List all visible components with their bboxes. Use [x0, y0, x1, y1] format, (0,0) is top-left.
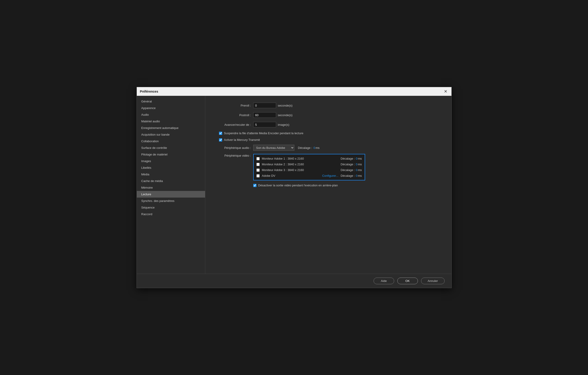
device-row-2: Moniteur Adobe 3 : 3840 x 2160Décalage :… [255, 167, 363, 173]
check1-row: Suspendre la file d'attente Media Encode… [214, 132, 442, 135]
device-checkbox-3[interactable] [256, 174, 260, 177]
sidebar-item-13[interactable]: Mémoire [137, 184, 205, 191]
video-device-box: Moniteur Adobe 1 : 3840 x 2160Décalage :… [253, 154, 365, 180]
sidebar-item-0[interactable]: Général [137, 98, 205, 105]
annuler-button[interactable]: Annuler [421, 278, 445, 284]
audio-decalage-label: Décalage : [298, 146, 312, 150]
preroll-row: Preroll : seconde(s) [214, 103, 442, 108]
device-name-0: Moniteur Adobe 1 : 3840 x 2160 [262, 157, 341, 160]
sidebar-item-3[interactable]: Matériel audio [137, 118, 205, 125]
postroll-unit: seconde(s) [278, 113, 293, 117]
device-decalage-value-3: 0 [356, 174, 357, 177]
device-decalage-unit-0: ms [358, 157, 362, 160]
preroll-label: Preroll : [214, 104, 251, 107]
preroll-unit: seconde(s) [278, 104, 293, 107]
sidebar-item-5[interactable]: Acquisition sur bande [137, 131, 205, 138]
sidebar-item-14[interactable]: Lecture [137, 191, 205, 198]
configure-link-3[interactable]: Configurer... [322, 174, 338, 177]
sidebar-item-11[interactable]: Média [137, 171, 205, 178]
device-name-3: Adobe DV [262, 174, 322, 177]
audio-device-label: Périphérique audio : [214, 146, 251, 150]
sidebar-item-9[interactable]: Images [137, 158, 205, 165]
device-name-2: Moniteur Adobe 3 : 3840 x 2160 [262, 168, 341, 172]
video-section-row: Périphérique vidéo : Moniteur Adobe 1 : … [214, 154, 442, 180]
audio-device-select[interactable]: Son du Bureau Adobe [253, 145, 294, 151]
check1-label: Suspendre la file d'attente Media Encode… [224, 132, 304, 135]
video-device-label: Périphérique vidéo : [214, 154, 251, 157]
device-decalage-value-1: 0 [356, 163, 357, 166]
sidebar-item-10[interactable]: Libellés [137, 165, 205, 171]
sidebar-item-1[interactable]: Apparence [137, 105, 205, 111]
device-row-3: Adobe DVConfigurer...Décalage :0 ms [255, 173, 363, 179]
dialog-titlebar: Préférences ✕ [137, 87, 452, 96]
device-decalage-label-2: Décalage : [341, 168, 355, 172]
check2-label: Activer la Mercury Transmit [224, 138, 260, 142]
device-checkbox-0[interactable] [256, 157, 260, 160]
preferences-dialog: Préférences ✕ GénéralApparenceAudioMatér… [136, 87, 452, 288]
avancer-unit: image(s) [278, 123, 290, 126]
check2-row: Activer la Mercury Transmit [214, 138, 442, 142]
sidebar-item-15[interactable]: Synchro. des paramètres [137, 198, 205, 204]
device-checkbox-2[interactable] [256, 168, 260, 172]
avancer-input[interactable] [253, 122, 276, 127]
audio-decalage-value: 0 [314, 146, 315, 150]
content-panel: Preroll : seconde(s) Postroll : seconde(… [205, 96, 452, 274]
device-decalage-unit-2: ms [358, 168, 362, 172]
avancer-row: Avancer/reculer de : image(s) [214, 122, 442, 127]
dialog-footer: Aide OK Annuler [137, 274, 452, 288]
device-row-1: Moniteur Adobe 2 : 3840 x 2160Décalage :… [255, 161, 363, 167]
sidebar-item-16[interactable]: Séquence [137, 204, 205, 211]
postroll-row: Postroll : seconde(s) [214, 112, 442, 118]
device-decalage-unit-3: ms [358, 174, 362, 177]
device-decalage-unit-1: ms [358, 163, 362, 166]
check2-checkbox[interactable] [219, 138, 222, 142]
device-checkbox-1[interactable] [256, 163, 260, 166]
audio-decalage-unit: ms [315, 146, 319, 150]
sidebar-item-7[interactable]: Surface de contrôle [137, 144, 205, 151]
aide-button[interactable]: Aide [374, 278, 394, 284]
audio-device-row: Périphérique audio : Son du Bureau Adobe… [214, 145, 442, 151]
device-decalage-value-0: 0 [356, 157, 357, 160]
sidebar-item-6[interactable]: Collaboration [137, 138, 205, 144]
sidebar-item-8[interactable]: Pilotage de matériel [137, 151, 205, 158]
postroll-label: Postroll : [214, 113, 251, 117]
avancer-label: Avancer/reculer de : [214, 123, 251, 126]
device-row-0: Moniteur Adobe 1 : 3840 x 2160Décalage :… [255, 156, 363, 161]
check1-checkbox[interactable] [219, 132, 222, 135]
device-decalage-label-3: Décalage : [341, 174, 355, 177]
sidebar-item-17[interactable]: Raccord [137, 211, 205, 218]
ok-button[interactable]: OK [397, 278, 418, 284]
sidebar: GénéralApparenceAudioMatériel audioEnreg… [137, 96, 205, 274]
device-decalage-label-0: Décalage : [341, 157, 355, 160]
device-name-1: Moniteur Adobe 2 : 3840 x 2160 [262, 163, 341, 166]
dialog-title: Préférences [140, 90, 158, 93]
bottom-check-label: Désactiver la sortie vidéo pendant l'exé… [258, 184, 338, 187]
bottom-check-row: Désactiver la sortie vidéo pendant l'exé… [214, 184, 442, 187]
dialog-body: GénéralApparenceAudioMatériel audioEnreg… [137, 96, 452, 274]
bottom-check-checkbox[interactable] [253, 184, 256, 187]
device-decalage-value-2: 0 [356, 168, 357, 172]
device-decalage-label-1: Décalage : [341, 163, 355, 166]
sidebar-item-2[interactable]: Audio [137, 111, 205, 118]
sidebar-item-4[interactable]: Enregistrement automatique [137, 125, 205, 131]
close-button[interactable]: ✕ [443, 89, 448, 94]
sidebar-item-12[interactable]: Cache de média [137, 178, 205, 184]
preroll-input[interactable] [253, 103, 276, 108]
postroll-input[interactable] [253, 112, 276, 118]
